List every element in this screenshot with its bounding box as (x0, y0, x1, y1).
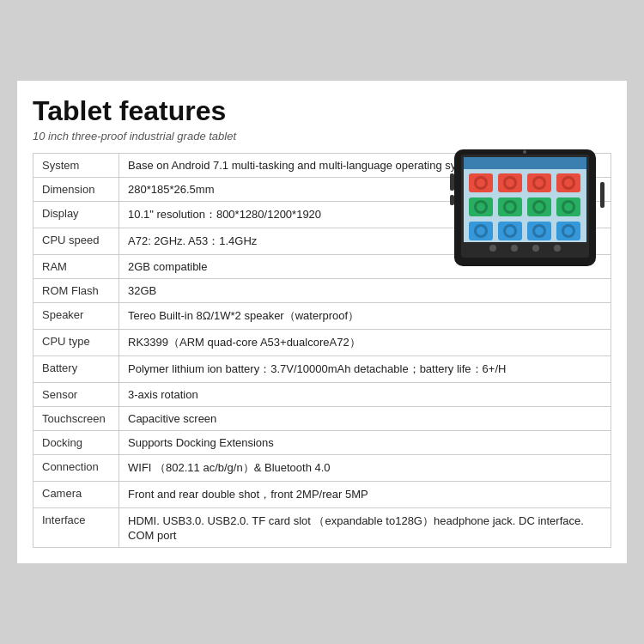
svg-point-40 (564, 227, 573, 235)
svg-point-7 (477, 179, 485, 187)
svg-rect-46 (450, 173, 454, 191)
table-row: TouchscreenCapacitive screen (33, 407, 611, 431)
svg-point-45 (554, 245, 561, 252)
row-value: Supports Docking Extensions (119, 431, 611, 455)
svg-point-42 (489, 245, 496, 252)
row-value: HDMI. USB3.0. USB2.0. TF card slot （expa… (119, 508, 611, 548)
row-value: WIFI （802.11 ac/b/g/n）& Bluetooth 4.0 (119, 455, 611, 482)
row-value: 32GB (119, 279, 611, 303)
row-value: Polymer lithium ion battery：3.7V/10000mA… (119, 356, 611, 383)
page-container: Tablet features 10 inch three-proof indu… (17, 81, 627, 563)
row-label: CPU type (33, 330, 119, 356)
svg-point-22 (506, 203, 514, 211)
tablet-image (450, 148, 605, 272)
svg-point-25 (535, 203, 544, 211)
table-row: Sensor3-axis rotation (33, 383, 611, 407)
svg-rect-47 (450, 195, 454, 205)
table-row: CPU typeRK3399（ARM quad-core A53+dualcor… (33, 330, 611, 356)
table-row: ConnectionWIFI （802.11 ac/b/g/n）& Blueto… (33, 455, 611, 482)
page-title: Tablet features (33, 96, 611, 126)
svg-point-19 (477, 203, 485, 211)
svg-point-37 (535, 227, 544, 235)
row-label: Interface (33, 508, 119, 548)
row-label: Dimension (33, 178, 119, 202)
svg-point-13 (535, 179, 544, 187)
row-label: Docking (33, 431, 119, 455)
table-row: BatteryPolymer lithium ion battery：3.7V/… (33, 356, 611, 383)
svg-point-44 (532, 245, 539, 252)
table-row: ROM Flash32GB (33, 279, 611, 303)
row-label: CPU speed (33, 228, 119, 255)
svg-point-43 (511, 245, 518, 252)
row-label: ROM Flash (33, 279, 119, 303)
table-row: SpeakerTereo Built-in 8Ω/1W*2 speaker（wa… (33, 303, 611, 330)
row-label: Touchscreen (33, 407, 119, 431)
row-label: Speaker (33, 303, 119, 330)
row-label: Connection (33, 455, 119, 482)
row-value: Capacitive screen (119, 407, 611, 431)
svg-rect-4 (464, 157, 586, 169)
row-value: 3-axis rotation (119, 383, 611, 407)
svg-point-31 (477, 227, 485, 235)
row-label: Battery (33, 356, 119, 383)
svg-point-10 (506, 179, 514, 187)
svg-point-34 (506, 227, 514, 235)
svg-rect-41 (464, 242, 586, 255)
page-subtitle: 10 inch three-proof industrial grade tab… (33, 130, 611, 143)
row-value: Tereo Built-in 8Ω/1W*2 speaker（waterproo… (119, 303, 611, 330)
svg-point-49 (523, 150, 526, 154)
table-row: CameraFront and rear double shot，front 2… (33, 482, 611, 508)
row-value: Front and rear double shot，front 2MP/rea… (119, 482, 611, 508)
table-row: DockingSupports Docking Extensions (33, 431, 611, 455)
svg-point-16 (564, 179, 573, 187)
row-label: Display (33, 202, 119, 228)
row-label: Sensor (33, 383, 119, 407)
svg-point-28 (564, 203, 573, 211)
table-row: InterfaceHDMI. USB3.0. USB2.0. TF card s… (33, 508, 611, 548)
row-label: RAM (33, 255, 119, 279)
row-label: System (33, 154, 119, 178)
row-value: RK3399（ARM quad-core A53+dualcoreA72） (119, 330, 611, 356)
row-label: Camera (33, 482, 119, 508)
svg-rect-48 (600, 182, 605, 208)
